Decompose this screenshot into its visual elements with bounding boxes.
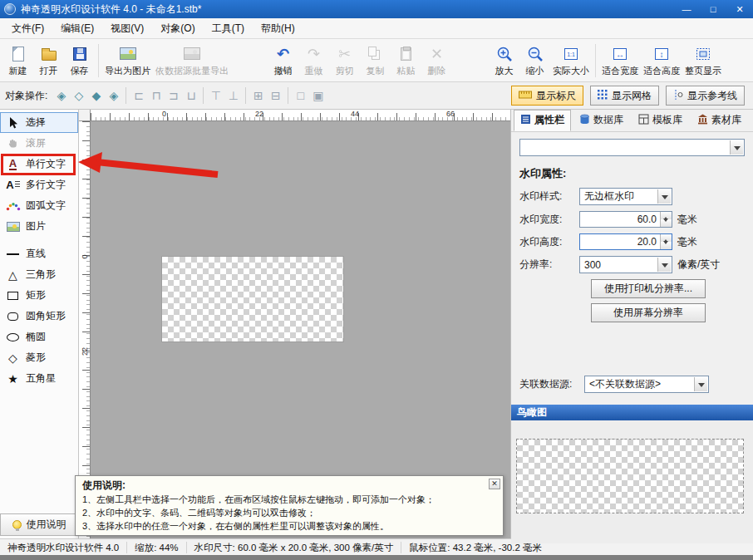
save-icon — [73, 47, 86, 61]
watermark-height-input[interactable]: 20.0 — [579, 233, 672, 250]
batch-export-button: 依数据源批量导出 — [153, 41, 231, 81]
spinner-down-icon[interactable] — [661, 219, 672, 227]
tool-select[interactable]: 选择 — [0, 112, 78, 133]
fit-width-button[interactable]: ↔ 适合宽度 — [599, 41, 641, 81]
menu-view[interactable]: 视图(V) — [102, 18, 152, 39]
canvas-area[interactable]: 0 22 44 66 0 22 — [79, 110, 510, 538]
tool-line[interactable]: 直线 — [0, 243, 78, 264]
tab-database[interactable]: 数据库 — [573, 110, 630, 131]
export-image-button[interactable]: 导出为图片 — [102, 41, 153, 81]
open-button[interactable]: 打开 — [33, 41, 64, 81]
tool-ellipse[interactable]: 椭圆 — [0, 327, 78, 347]
objectbar-separator — [245, 87, 246, 104]
cursor-icon — [5, 116, 21, 130]
show-ruler-toggle[interactable]: 显示标尺 — [511, 86, 583, 106]
align-center-v-icon[interactable]: ⊥ — [224, 87, 242, 105]
show-guides-toggle[interactable]: 显示参考线 — [666, 86, 745, 106]
resolution-unit-label: 像素/英寸 — [677, 258, 720, 272]
menu-help[interactable]: 帮助(H) — [253, 18, 303, 39]
tool-image[interactable]: 图片 — [0, 216, 78, 237]
align-center-h-icon[interactable]: ⊤ — [207, 87, 224, 105]
redo-button: ↷ 重做 — [298, 41, 329, 81]
same-width-icon[interactable]: ⊞ — [249, 87, 267, 105]
align-top-icon[interactable]: ⊓ — [147, 87, 165, 105]
watermark-object[interactable] — [161, 256, 344, 342]
align-right-icon[interactable]: ⊐ — [165, 87, 182, 105]
group-icon[interactable]: □ — [292, 87, 309, 105]
layer-front-icon[interactable]: ◈ — [52, 87, 70, 105]
watermark-properties-title: 水印属性: — [519, 166, 745, 181]
tool-diamond[interactable]: ◇ 菱形 — [0, 347, 78, 368]
object-selector-dropdown[interactable] — [519, 139, 745, 156]
new-button[interactable]: 新建 — [2, 41, 33, 81]
tool-rounded-rectangle[interactable]: 圆角矩形 — [0, 306, 78, 327]
tool-star[interactable]: ★ 五角星 — [0, 368, 78, 389]
resolution-label: 分辨率: — [519, 258, 579, 272]
fit-height-icon: ↕ — [653, 43, 670, 64]
grid-icon — [598, 90, 608, 102]
ungroup-icon[interactable]: ▣ — [309, 87, 327, 105]
maximize-button[interactable]: □ — [700, 0, 726, 18]
object-operation-bar: 对象操作: ◈ ◇ ◆ ◈ ⊏ ⊓ ⊐ ⊔ ⊤ ⊥ ⊞ ⊟ □ ▣ 显示标尺 — [0, 82, 753, 110]
tool-rectangle[interactable]: 矩形 — [0, 285, 78, 306]
objectbar-separator — [288, 87, 288, 104]
tool-multi-line-text[interactable]: A 多行文字 — [0, 174, 78, 195]
show-grid-toggle[interactable]: 显示网格 — [590, 86, 659, 106]
save-button[interactable]: 保存 — [64, 41, 95, 81]
whole-page-button[interactable]: 整页显示 — [682, 41, 724, 81]
delete-button: ✕ 删除 — [421, 41, 452, 81]
picture-icon — [5, 222, 21, 232]
overview-watermark-preview — [516, 439, 744, 513]
redo-icon: ↷ — [308, 47, 320, 61]
app-window: 神奇透明水印设计软件 4.0 - 未命名1.stb* — □ ✕ 文件(F) 编… — [0, 0, 753, 560]
help-box-close-icon[interactable]: ✕ — [489, 479, 500, 489]
zoom-out-button[interactable]: 缩小 — [519, 41, 550, 81]
multi-line-text-icon: A — [5, 179, 21, 191]
layer-down-icon[interactable]: ◆ — [87, 87, 105, 105]
tool-single-line-text[interactable]: A 单行文字 — [0, 154, 78, 174]
horizontal-ruler: 0 22 44 66 — [91, 110, 510, 121]
zoom-in-button[interactable]: 放大 — [489, 41, 519, 81]
watermark-width-input[interactable]: 60.0 — [579, 211, 672, 228]
delete-icon: ✕ — [431, 47, 443, 61]
undo-button[interactable]: ↶ 撤销 — [268, 41, 298, 81]
panel-tabs: 属性栏 数据库 模板库 — [511, 110, 753, 132]
close-button[interactable]: ✕ — [726, 0, 753, 18]
tool-triangle[interactable]: △ 三角形 — [0, 264, 78, 285]
zoom-out-icon — [527, 43, 544, 64]
tab-materials[interactable]: 素材库 — [691, 110, 748, 131]
datasource-select[interactable]: <不关联数据源> — [584, 376, 709, 393]
star-icon: ★ — [5, 372, 21, 386]
align-bottom-icon[interactable]: ⊔ — [182, 87, 199, 105]
screen-resolution-button[interactable]: 使用屏幕分辨率 — [591, 303, 706, 322]
fit-height-button[interactable]: ↕ 适合高度 — [641, 41, 682, 81]
template-icon — [638, 114, 649, 127]
same-height-icon[interactable]: ⊟ — [267, 87, 284, 105]
usage-help-button[interactable]: 使用说明 — [0, 513, 78, 536]
tool-arc-text[interactable]: 圆弧文字 — [0, 195, 78, 216]
minimize-button[interactable]: — — [673, 0, 700, 18]
material-bank-icon — [697, 114, 708, 127]
tab-properties[interactable]: 属性栏 — [514, 110, 571, 131]
window-title: 神奇透明水印设计软件 4.0 - 未命名1.stb* — [21, 2, 673, 17]
status-app-name: 神奇透明水印设计软件 4.0 — [0, 542, 127, 553]
resolution-select[interactable]: 300 — [579, 256, 672, 273]
toolbar-separator — [595, 44, 596, 77]
align-left-icon[interactable]: ⊏ — [130, 87, 147, 105]
menu-tools[interactable]: 工具(T) — [204, 18, 253, 39]
layer-back-icon[interactable]: ◈ — [105, 87, 122, 105]
menu-edit[interactable]: 编辑(E) — [52, 18, 102, 39]
watermark-style-select[interactable]: 无边框水印 — [579, 188, 672, 205]
layer-up-icon[interactable]: ◇ — [70, 87, 87, 105]
undo-icon: ↶ — [277, 47, 289, 61]
ruler-icon — [519, 90, 532, 101]
width-unit-label: 毫米 — [677, 213, 697, 227]
actual-size-button[interactable]: 1:1 实际大小 — [550, 41, 592, 81]
copy-icon — [368, 47, 376, 56]
printer-resolution-button[interactable]: 使用打印机分辨率... — [591, 279, 706, 298]
menu-object[interactable]: 对象(O) — [152, 18, 203, 39]
spinner-down-icon[interactable] — [661, 242, 672, 249]
guides-icon — [673, 90, 683, 102]
menu-file[interactable]: 文件(F) — [3, 18, 52, 39]
tab-templates[interactable]: 模板库 — [632, 110, 689, 131]
